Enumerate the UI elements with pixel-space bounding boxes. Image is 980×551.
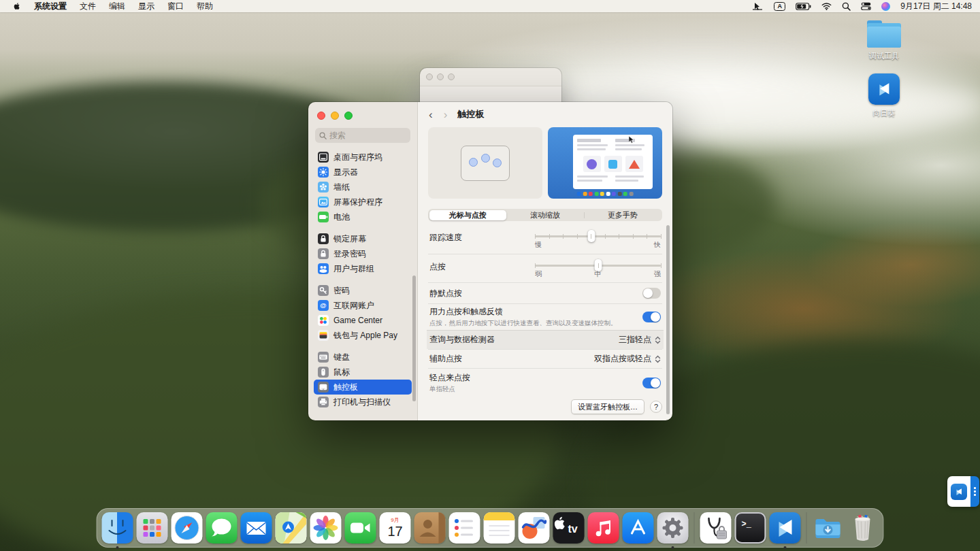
close-button-inactive[interactable] [426,73,433,80]
preview-dock-dot [612,192,616,196]
tab-2[interactable]: 更多手势 [584,210,662,220]
minimize-button[interactable] [331,112,339,120]
sidebar-item-battery[interactable]: 电池 [314,210,412,224]
dock-photos-icon[interactable] [310,512,342,544]
back-button[interactable]: ‹ [429,109,433,120]
dock-system-settings-icon[interactable] [657,512,689,544]
sidebar-item-keyboard[interactable]: 键盘 [314,350,412,365]
sunflower-widget-icon[interactable] [947,476,970,507]
spotlight-icon[interactable] [842,2,851,11]
setup-bluetooth-trackpad-button[interactable]: 设置蓝牙触控板… [571,399,644,414]
dock-trash-icon[interactable] [847,512,879,544]
sidebar-item-passwords[interactable]: 密码 [314,283,412,298]
tab-1[interactable]: 滚动缩放 [506,210,584,220]
dock-diagnostic-icon[interactable] [700,512,732,544]
sidebar-item-game-center[interactable]: Game Center [314,313,412,328]
force-click-toggle[interactable] [642,312,661,322]
dock-downloads-icon[interactable] [813,512,844,544]
close-button[interactable] [317,112,325,120]
dock-launchpad-icon[interactable] [137,512,168,544]
silent-click-label: 静默点按 [429,288,462,299]
battery-charging-icon[interactable] [796,3,811,10]
secondary-click-dropdown[interactable]: 双指点按或轻点 [594,353,661,365]
circle-shape [587,159,597,169]
desktop-icon-debug-tools[interactable]: 调试工具 [858,20,910,61]
siri-icon[interactable] [881,2,890,11]
zoom-button-inactive[interactable] [448,73,455,80]
screen-sharing-icon[interactable] [752,2,764,11]
apple-menu-icon[interactable] [13,2,21,10]
dock-music-icon[interactable] [588,512,619,544]
menu-item-3[interactable]: 显示 [138,1,154,12]
sidebar-item-label: 桌面与程序坞 [333,152,382,163]
search-input[interactable] [329,131,404,140]
sidebar-item-users-groups[interactable]: 用户与群组 [314,261,412,276]
dock-freeform-icon[interactable] [519,512,550,544]
svg-text:17: 17 [387,524,402,539]
sidebar-item-display[interactable]: 显示器 [314,165,412,180]
dock-contacts-icon[interactable] [414,512,446,544]
tap-to-click-label: 轻点来点按 [429,372,470,384]
silent-click-toggle[interactable] [642,288,661,299]
slider-tick [577,234,578,239]
sidebar-item-screensaver[interactable]: 屏幕保护程序 [314,195,412,210]
chevron-up-down-icon[interactable] [655,336,661,344]
dock-appstore-icon[interactable] [623,512,654,544]
dock-calendar-icon[interactable]: 9月17 [380,512,411,544]
trackpad-gesture-demo [428,127,542,199]
window-controls[interactable] [308,102,417,120]
menubar-clock[interactable]: 9月17日 周二 14:48 [900,1,972,12]
dock-finder-icon[interactable] [102,512,133,544]
tracking-speed-slider[interactable]: 慢 快 [535,232,661,250]
dock-reminders-icon[interactable] [449,512,480,544]
sidebar-item-mouse[interactable]: 鼠标 [314,365,412,380]
sidebar-item-lock-screen[interactable]: 锁定屏幕 [314,231,412,246]
square-shape [608,160,617,169]
zoom-button[interactable] [344,112,353,120]
sidebar-item-wallpaper[interactable]: 墙纸 [314,180,412,195]
dock-messages-icon[interactable] [206,512,238,544]
menu-item-1[interactable]: 文件 [80,1,96,12]
lookup-dropdown[interactable]: 三指轻点 [619,334,661,346]
dock-terminal-icon[interactable]: >_ [735,512,766,544]
chevron-up-down-icon[interactable] [655,355,661,363]
dock-maps-icon[interactable] [276,512,307,544]
sidebar-scrollbar[interactable] [412,276,416,401]
content-scrollbar[interactable] [666,225,670,414]
sidebar-item-internet-accounts[interactable]: @互联网账户 [314,298,412,313]
svg-text:@: @ [320,301,326,309]
menu-item-5[interactable]: 帮助 [197,1,213,12]
desktop-icon-sunflower[interactable]: 向日葵 [858,73,910,118]
sunflower-widget-menu[interactable] [970,476,979,507]
minimize-button-inactive[interactable] [437,73,444,80]
dock-facetime-icon[interactable] [345,512,376,544]
preview-dock-dot [600,192,604,196]
wifi-icon[interactable] [821,3,832,10]
preview-dock-dot [594,192,598,196]
tab-0[interactable]: 光标与点按 [429,210,507,220]
window-controls-inactive[interactable] [420,68,561,80]
sunflower-floating-widget[interactable] [947,476,979,507]
sidebar-item-wallet[interactable]: 钱包与 Apple Pay [314,328,412,343]
sidebar-search[interactable] [315,128,410,143]
input-source-icon[interactable]: A [774,2,785,11]
menu-item-0[interactable]: 系统设置 [34,1,67,12]
slider-tick [598,263,599,268]
dock-safari-icon[interactable] [172,512,203,544]
click-pressure-slider[interactable]: 弱 中 强 [535,261,661,279]
sidebar-item-label: 键盘 [333,352,350,363]
menu-item-4[interactable]: 窗口 [167,1,184,12]
preview-dock-dot [606,192,610,196]
sidebar-item-trackpad[interactable]: 触控板 [314,380,412,395]
help-button[interactable]: ? [650,401,662,413]
dock-appletv-icon[interactable]: tv [553,512,585,544]
dock-notes-icon[interactable] [484,512,515,544]
sidebar-item-desktop-dock[interactable]: 桌面与程序坞 [314,150,412,165]
tap-to-click-toggle[interactable] [642,378,661,388]
sidebar-item-login-password[interactable]: 登录密码 [314,246,412,261]
sidebar-item-printers[interactable]: 打印机与扫描仪 [314,395,412,410]
dock-sunflower-icon[interactable] [770,512,801,544]
menu-item-2[interactable]: 编辑 [109,1,125,12]
control-center-icon[interactable] [861,2,871,10]
dock-mail-icon[interactable] [241,512,272,544]
